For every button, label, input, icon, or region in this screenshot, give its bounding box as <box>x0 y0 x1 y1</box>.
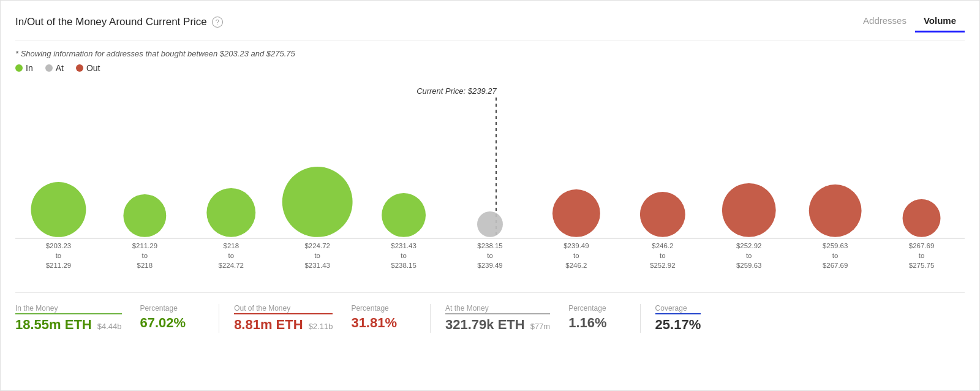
stat-in-pct: Percentage 67.02% <box>140 304 205 331</box>
svg-text:to: to <box>401 252 407 259</box>
in-pct-value: 67.02% <box>140 315 186 331</box>
svg-point-39 <box>809 184 862 237</box>
at-money-label: At the Money <box>445 304 550 314</box>
svg-text:$259.63: $259.63 <box>736 262 761 269</box>
at-money-eth: 321.79k ETH <box>445 317 525 333</box>
at-pct-value: 1.16% <box>568 315 606 331</box>
svg-point-31 <box>640 192 685 237</box>
stat-at-the-money: At the Money 321.79k ETH $77m <box>445 304 568 333</box>
svg-text:$239.49: $239.49 <box>564 242 589 249</box>
stat-in-the-money: In the Money 18.55m ETH $4.44b <box>15 304 140 333</box>
svg-text:$267.69: $267.69 <box>823 262 848 269</box>
out-money-eth: 8.81m ETH <box>234 317 303 333</box>
out-money-usd: $2.11b <box>309 322 333 331</box>
svg-text:$259.63: $259.63 <box>823 242 848 249</box>
svg-text:$238.15: $238.15 <box>391 262 416 269</box>
svg-text:to: to <box>487 252 493 259</box>
legend-out: Out <box>76 63 100 73</box>
out-dot <box>76 64 83 72</box>
in-dot <box>15 64 23 72</box>
legend-in: In <box>15 63 33 73</box>
svg-text:to: to <box>746 252 752 259</box>
svg-point-3 <box>31 182 86 237</box>
legend-at: At <box>45 63 64 73</box>
coverage-value: 25.17% <box>655 317 701 333</box>
svg-text:$211.29: $211.29 <box>132 242 157 249</box>
svg-text:$203.23: $203.23 <box>46 242 71 249</box>
svg-text:$218: $218 <box>224 242 239 249</box>
main-container: In/Out of the Money Around Current Price… <box>0 0 980 391</box>
stat-out-pct: Percentage 31.81% <box>351 304 415 331</box>
svg-text:$239.49: $239.49 <box>477 262 502 269</box>
svg-text:$231.43: $231.43 <box>304 262 330 269</box>
svg-text:$211.29: $211.29 <box>46 262 71 269</box>
svg-text:to: to <box>314 252 320 259</box>
svg-point-7 <box>123 194 166 237</box>
legend-in-label: In <box>26 63 33 73</box>
legend-out-label: Out <box>86 63 100 73</box>
chart-title: In/Out of the Money Around Current Price… <box>15 16 223 28</box>
stats-row: In the Money 18.55m ETH $4.44b Percentag… <box>15 292 965 333</box>
divider-2 <box>430 304 431 333</box>
legend-at-label: At <box>56 63 64 73</box>
svg-point-27 <box>552 189 600 237</box>
title-text: In/Out of the Money Around Current Price <box>15 16 207 28</box>
svg-text:to: to <box>832 252 839 259</box>
svg-text:Current Price: $239.27: Current Price: $239.27 <box>417 86 497 96</box>
stat-out-the-money: Out of the Money 8.81m ETH $2.11b <box>234 304 351 333</box>
svg-point-15 <box>282 167 353 237</box>
divider-1 <box>219 304 219 333</box>
svg-text:$224.72: $224.72 <box>219 262 244 269</box>
tab-addresses[interactable]: Addresses <box>854 12 915 32</box>
in-money-eth: 18.55m ETH <box>15 317 92 333</box>
svg-point-43 <box>903 199 941 237</box>
out-money-label: Out of the Money <box>234 304 333 314</box>
in-money-label: In the Money <box>15 304 122 314</box>
svg-point-35 <box>722 183 776 237</box>
svg-text:$224.72: $224.72 <box>304 242 330 249</box>
svg-text:$267.69: $267.69 <box>909 242 934 249</box>
coverage-label: Coverage <box>655 304 701 314</box>
stat-coverage: Coverage 25.17% <box>655 304 720 333</box>
out-pct-label: Percentage <box>351 304 397 313</box>
svg-text:$218: $218 <box>137 262 153 269</box>
at-pct-label: Percentage <box>568 304 606 313</box>
svg-text:to: to <box>228 252 234 259</box>
in-money-usd: $4.44b <box>97 322 122 331</box>
svg-text:$238.15: $238.15 <box>477 242 502 249</box>
svg-point-11 <box>206 188 255 237</box>
at-money-usd: $77m <box>530 322 551 331</box>
svg-text:$246.2: $246.2 <box>652 242 673 249</box>
in-pct-label: Percentage <box>140 304 186 313</box>
svg-text:$252.92: $252.92 <box>736 242 761 249</box>
svg-point-23 <box>477 211 503 237</box>
subtitle-text: * Showing information for addresses that… <box>15 49 965 58</box>
stat-at-pct: Percentage 1.16% <box>568 304 625 331</box>
svg-text:$252.92: $252.92 <box>650 262 675 269</box>
svg-text:$231.43: $231.43 <box>391 242 416 249</box>
out-pct-value: 31.81% <box>351 315 397 331</box>
svg-text:$246.2: $246.2 <box>565 262 587 269</box>
header: In/Out of the Money Around Current Price… <box>15 12 965 40</box>
tab-volume[interactable]: Volume <box>915 12 965 32</box>
svg-text:to: to <box>573 252 579 259</box>
svg-text:to: to <box>56 252 62 259</box>
svg-text:$275.75: $275.75 <box>909 262 934 269</box>
divider-3 <box>640 304 641 333</box>
svg-text:to: to <box>919 252 925 259</box>
at-dot <box>45 64 53 72</box>
chart-area: Current Price: $239.27$203.23to$211.29$2… <box>15 79 965 275</box>
svg-text:to: to <box>142 252 148 259</box>
svg-point-19 <box>382 193 426 237</box>
tab-bar: Addresses Volume <box>854 12 965 32</box>
svg-text:to: to <box>660 252 666 259</box>
help-icon[interactable]: ? <box>212 17 223 28</box>
legend: In At Out <box>15 63 965 73</box>
